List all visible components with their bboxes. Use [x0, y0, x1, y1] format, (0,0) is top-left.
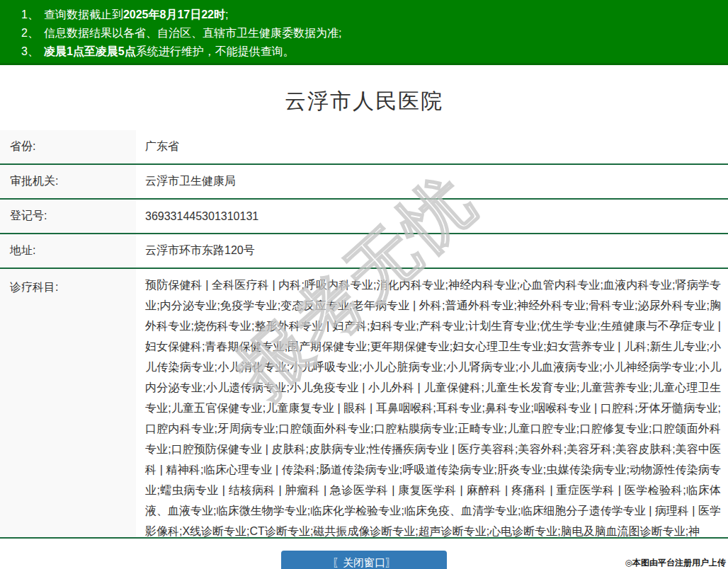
row-label: 地址: — [0, 234, 136, 268]
notice-text: 系统进行维护，不能提供查询。 — [136, 45, 295, 57]
row-label: 诊疗科目: — [0, 269, 136, 537]
row-value: 云浮市环市东路120号 — [136, 234, 728, 268]
row-label: 审批机关: — [0, 165, 136, 198]
hospital-info-table: 省份:广东省审批机关:云浮市卫生健康局登记号:36933144530131013… — [0, 130, 728, 539]
row-label: 登记号: — [0, 200, 136, 233]
notice-text: ; — [225, 8, 228, 21]
notice-number: 1、 — [21, 8, 39, 21]
hospital-query-result-page: 1、查询数据截止到2025年8月17日22时;2、信息数据结果以各省、自治区、直… — [0, 0, 728, 569]
page-title: 云浮市人民医院 — [0, 87, 728, 116]
notice-list: 1、查询数据截止到2025年8月17日22时;2、信息数据结果以各省、自治区、直… — [21, 6, 728, 61]
close-window-button[interactable]: 〖关闭窗口〗 — [281, 551, 447, 569]
row-label: 省份: — [0, 130, 136, 163]
table-row: 省份:广东省 — [0, 130, 728, 165]
table-row: 地址:云浮市环市东路120号 — [0, 234, 728, 269]
notice-text: 查询数据截止到 — [44, 8, 123, 21]
notice-banner: 1、查询数据截止到2025年8月17日22时;2、信息数据结果以各省、自治区、直… — [0, 0, 728, 65]
table-row: 诊疗科目:预防保健科 | 全科医疗科 | 内科;呼吸内科专业;消化内科专业;神经… — [0, 269, 728, 539]
notice-item: 2、信息数据结果以各省、自治区、直辖市卫生健康委数据为准; — [21, 24, 728, 42]
uploader-note: ◎本图由平台注册用户上传 — [625, 557, 726, 569]
row-value: 云浮市卫生健康局 — [136, 165, 728, 198]
row-value: 广东省 — [136, 130, 728, 163]
table-row: 审批机关:云浮市卫生健康局 — [0, 165, 728, 200]
notice-text: 2025年8月17日22时 — [123, 8, 225, 21]
row-value: 预防保健科 | 全科医疗科 | 内科;呼吸内科专业;消化内科专业;神经内科专业;… — [136, 269, 728, 537]
notice-number: 3、 — [21, 45, 39, 57]
notice-text: 信息数据结果以各省、自治区、直辖市卫生健康委数据为准; — [44, 27, 341, 39]
notice-number: 2、 — [21, 27, 39, 39]
table-row: 登记号:369331445301310131 — [0, 200, 728, 234]
notice-item: 1、查询数据截止到2025年8月17日22时; — [21, 6, 728, 24]
row-value: 369331445301310131 — [136, 200, 728, 233]
notice-item: 3、凌晨1点至凌晨5点系统进行维护，不能提供查询。 — [21, 42, 728, 61]
notice-text: 凌晨1点至凌晨5点 — [44, 45, 136, 57]
